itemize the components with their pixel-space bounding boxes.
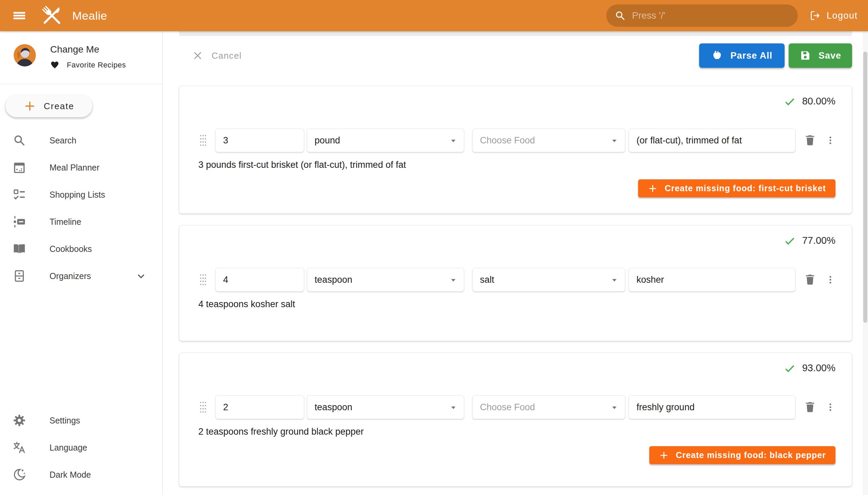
delete-button[interactable] [804, 400, 816, 414]
ingredient-card: 80.00% 3 pound Choose Food (or flat-cut)… [179, 86, 852, 214]
create-label: Create [44, 101, 74, 112]
note-input[interactable]: kosher [629, 268, 796, 292]
favorite-recipes-link[interactable]: Favorite Recipes [50, 61, 126, 69]
note-input[interactable]: freshly ground [629, 395, 796, 419]
logout-label: Logout [827, 11, 858, 21]
drag-handle[interactable] [198, 273, 208, 287]
confidence-value: 93.00% [802, 362, 835, 374]
sidebar-item-organizers[interactable]: Organizers [0, 262, 163, 290]
sidebar-item-search[interactable]: Search [0, 127, 163, 154]
food-placeholder: Choose Food [480, 402, 535, 413]
more-options-button[interactable] [825, 133, 835, 148]
profile-section: Change Me Favorite Recipes [14, 44, 163, 69]
sidebar-item-language[interactable]: Language [0, 434, 163, 461]
food-select[interactable]: salt [472, 268, 626, 292]
scrolled-card-edge [179, 31, 852, 36]
avatar-illustration [14, 44, 36, 66]
confidence-row: 77.00% [198, 235, 835, 246]
app-title: Mealie [72, 9, 107, 22]
dropdown-arrow-icon [448, 136, 458, 146]
create-missing-food-label: Create missing food: first-cut brisket [665, 184, 826, 193]
trash-icon [804, 400, 816, 414]
plus-icon [648, 184, 658, 193]
menu-button[interactable] [11, 7, 28, 24]
mealie-app: Mealie Logout Change Me Favorite Recipes [0, 0, 868, 495]
dropdown-arrow-icon [609, 136, 619, 146]
kebab-menu-icon [825, 133, 835, 148]
kebab-menu-icon [825, 400, 835, 415]
quantity-input[interactable]: 2 [215, 395, 304, 419]
search-bar[interactable] [606, 4, 798, 27]
sidebar-item-label: Cookbooks [50, 244, 92, 254]
drag-handle[interactable] [198, 400, 208, 414]
unit-select[interactable]: teaspoon [307, 395, 464, 419]
sidebar-item-label: Dark Mode [50, 470, 91, 480]
mealie-logo-icon [40, 3, 64, 28]
original-ingredient-text: 2 teaspoons freshly ground black pepper [198, 427, 835, 437]
sidebar-item-label: Meal Planner [50, 163, 99, 173]
check-icon [784, 235, 796, 246]
sidebar-item-timeline[interactable]: Timeline [0, 208, 163, 235]
sidebar-item-cookbooks[interactable]: Cookbooks [0, 235, 163, 262]
search-input[interactable] [632, 10, 790, 21]
sidebar-divider [0, 84, 163, 84]
save-button[interactable]: Save [789, 44, 852, 68]
scrollbar-thumb[interactable] [863, 52, 867, 323]
cabinet-icon [13, 269, 26, 283]
delete-button[interactable] [804, 133, 816, 148]
sidebar-item-dark-mode[interactable]: Dark Mode [0, 461, 163, 488]
timeline-icon [13, 215, 26, 228]
search-icon [614, 10, 626, 21]
note-input[interactable]: (or flat-cut), trimmed of fat [629, 129, 796, 152]
confidence-row: 80.00% [198, 96, 835, 107]
check-icon [784, 96, 796, 107]
cancel-label: Cancel [211, 51, 242, 61]
sidebar-item-shopping-lists[interactable]: Shopping Lists [0, 181, 163, 208]
ingredient-row: 3 pound Choose Food (or flat-cut), trimm… [198, 129, 835, 152]
food-select[interactable]: Choose Food [472, 129, 626, 152]
create-missing-food-button[interactable]: Create missing food: black pepper [649, 446, 835, 464]
calendar-icon [13, 161, 26, 174]
quantity-input[interactable]: 3 [215, 129, 304, 152]
food-select[interactable]: Choose Food [472, 395, 626, 419]
checklist-icon [13, 188, 26, 201]
unit-select[interactable]: pound [307, 129, 464, 152]
parse-all-button[interactable]: Parse All [699, 44, 785, 68]
apple-icon [711, 50, 723, 62]
parse-all-label: Parse All [730, 51, 772, 61]
ingredient-card: 93.00% 2 teaspoon Choose Food freshly gr… [179, 353, 852, 487]
confidence-value: 80.00% [802, 96, 835, 107]
create-missing-food-button[interactable]: Create missing food: first-cut brisket [638, 180, 835, 197]
more-options-button[interactable] [825, 272, 835, 287]
create-button[interactable]: Create [5, 95, 92, 117]
app-bar: Mealie Logout [0, 0, 868, 31]
sidebar-item-settings[interactable]: Settings [0, 407, 163, 434]
open-book-icon [13, 242, 26, 256]
delete-button[interactable] [804, 273, 816, 287]
avatar[interactable] [14, 44, 36, 66]
unit-value: pound [314, 135, 340, 146]
ingredient-row: 4 teaspoon salt kosher [198, 268, 835, 292]
dropdown-arrow-icon [609, 403, 619, 413]
confidence-row: 93.00% [198, 362, 835, 374]
sidebar-item-label: Search [50, 136, 76, 146]
sidebar-nav: Search Meal Planner Shopping Lists Timel… [0, 127, 163, 290]
food-placeholder: Choose Food [480, 135, 535, 146]
check-icon [784, 362, 796, 374]
dropdown-arrow-icon [448, 403, 458, 413]
ingredient-card: 77.00% 4 teaspoon salt kosher [179, 225, 852, 341]
floppy-save-icon [800, 50, 811, 62]
parser-toolbar: Cancel Parse All Save [179, 44, 852, 68]
scrollbar-track[interactable] [863, 31, 868, 495]
sidebar-item-label: Language [50, 443, 87, 453]
sidebar-item-label: Settings [50, 416, 80, 426]
sidebar-item-meal-planner[interactable]: Meal Planner [0, 154, 163, 181]
unit-select[interactable]: teaspoon [307, 268, 464, 292]
quantity-input[interactable]: 4 [215, 268, 304, 292]
favorite-recipes-label: Favorite Recipes [67, 61, 126, 69]
confidence-value: 77.00% [802, 235, 835, 246]
drag-handle[interactable] [198, 134, 208, 147]
cancel-button[interactable]: Cancel [192, 51, 242, 61]
logout-button[interactable]: Logout [810, 3, 861, 28]
more-options-button[interactable] [825, 400, 835, 415]
